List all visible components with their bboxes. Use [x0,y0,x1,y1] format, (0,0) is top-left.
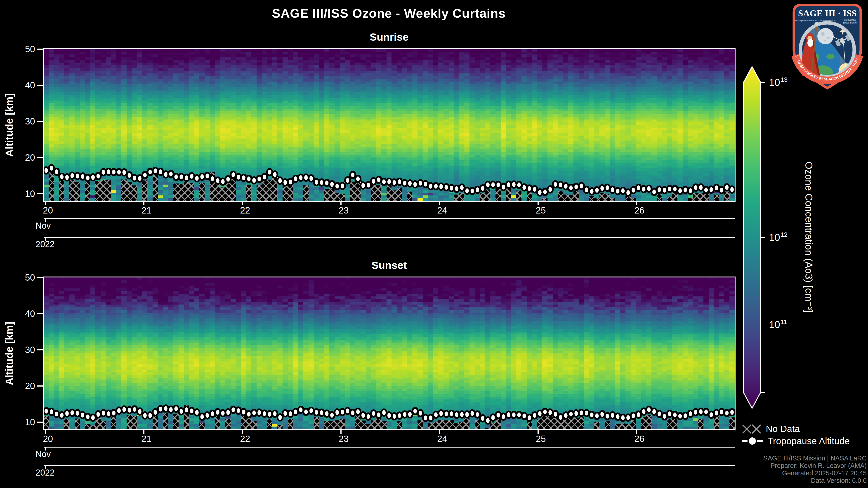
x-tick-label: 26 [624,434,655,443]
x-tick-mark [537,430,539,434]
x-tick-label: 22 [229,206,261,215]
sage-iss-logo: BALL · NASA LANGLEY RESEARCH CENTER · TA… [788,2,866,91]
x-tick-label: 24 [426,434,458,443]
sunrise-curtain-plot: 102030405020212223242526Nov2022 [43,49,735,201]
no-data-hatch-icon [742,424,761,434]
y-tick-mark [37,193,43,194]
y-tick-mark [37,277,43,278]
x-tick-label: 20 [32,434,64,443]
logo-subtitle-left: Stratospheric Aerosol and Gas Experiment… [795,20,835,22]
y-tick-label: 20 [16,381,35,390]
legend-item-no-data: No Data [742,423,800,434]
x-tick-label: 20 [32,206,64,215]
sunset-curtain-plot: 102030405020212223242526Nov2022 [43,278,735,429]
month-label: Nov [35,221,51,230]
x-tick-mark [636,202,637,205]
legend-item-tropopause: Tropopause Altitude [742,435,850,447]
y-tick-label: 30 [16,117,35,126]
x-tick-mark [45,202,46,205]
y-tick-label: 40 [16,80,35,90]
x-tick-label: 26 [624,206,655,215]
x-tick-mark [537,202,539,205]
y-tick-label: 10 [16,189,35,198]
legend-label-no-data: No Data [766,424,800,434]
y-tick-mark [37,349,43,350]
logo-subtitle-right-1: International [844,19,856,21]
x-tick-label: 21 [131,434,162,443]
x-tick-label: 22 [229,434,261,443]
page-title: SAGE III/ISS Ozone - Weekly Curtains [0,6,778,21]
y-tick-label: 10 [16,418,35,427]
attribution-block: SAGE III/ISS Mission | NASA LaRC Prepare… [763,455,867,484]
x-tick-mark [340,430,342,434]
date-group-line [43,465,735,466]
x-tick-mark [636,430,637,434]
year-label: 2022 [35,240,55,249]
attribution-preparer: Preparer: Kevin R. Leavor (AMA) [763,462,867,469]
x-tick-label: 23 [328,206,360,215]
legend-label-tropopause: Tropopause Altitude [768,436,850,447]
colorbar [742,65,769,410]
y-tick-mark [37,313,43,314]
x-tick-label: 25 [525,434,557,443]
y-tick-mark [37,422,43,423]
y-tick-mark [37,85,43,86]
y-tick-label: 30 [16,345,35,354]
sunrise-y-axis-label: Altitude [km] [3,49,16,201]
y-tick-mark [37,385,43,387]
attribution-mission: SAGE III/ISS Mission | NASA LaRC [763,455,867,462]
x-tick-mark [242,202,243,205]
colorbar-gradient-arrow [743,67,761,408]
y-tick-mark [37,157,43,158]
tropopause-marker-icon [742,436,763,446]
month-label: Nov [35,450,51,458]
year-label: 2022 [35,468,55,477]
x-tick-mark [439,202,440,205]
y-tick-label: 50 [16,44,35,54]
x-tick-label: 25 [525,206,557,215]
x-tick-mark [242,430,243,434]
y-tick-mark [37,48,43,50]
logo-subtitle-right-2: Space Station [843,22,857,24]
sunset-panel-title: Sunset [43,259,735,271]
date-group-line [43,218,735,219]
y-tick-label: 40 [16,309,35,318]
colorbar-axis-label: Ozone Concentration (Ao3) [cm⁻³] [799,65,818,409]
x-tick-label: 24 [426,206,458,215]
x-tick-mark [143,202,145,205]
sunrise-heatmap-canvas [43,49,735,201]
sunset-heatmap-canvas [43,278,735,429]
y-tick-mark [37,121,43,122]
x-tick-mark [439,430,440,434]
date-group-line [43,447,735,448]
sunrise-panel-title: Sunrise [43,31,735,43]
sunset-y-axis-label: Altitude [km] [3,278,16,429]
x-tick-mark [340,202,342,205]
attribution-generated: Generated 2025-07-17 20:45 [763,469,867,477]
x-tick-label: 23 [328,434,360,443]
logo-title: SAGE III · ISS [798,8,857,18]
y-tick-label: 50 [16,273,35,282]
x-tick-mark [143,430,145,434]
attribution-version: Data Version: 6.0.0 [763,477,867,484]
x-tick-label: 21 [131,206,162,215]
x-tick-mark [45,430,46,434]
date-group-line [43,237,735,238]
y-tick-label: 20 [16,153,35,162]
